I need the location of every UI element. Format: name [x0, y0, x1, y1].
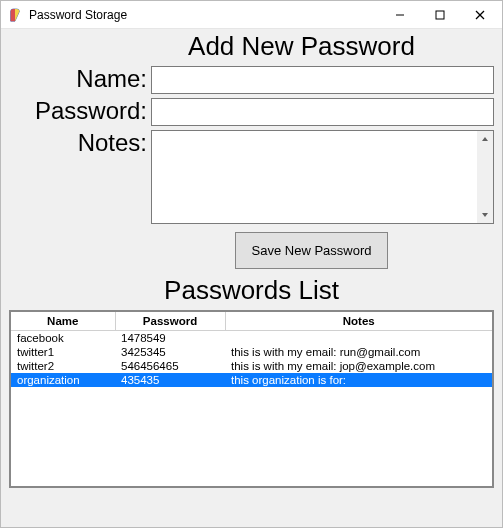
cell-password: 435435 — [115, 373, 225, 387]
cell-password: 1478549 — [115, 331, 225, 346]
minimize-button[interactable] — [380, 1, 420, 29]
cell-notes: this is with my email: run@gmail.com — [225, 345, 492, 359]
title-bar: Password Storage — [1, 1, 502, 29]
notes-input[interactable] — [152, 131, 477, 223]
passwords-list-heading: Passwords List — [9, 275, 494, 306]
scroll-up-icon[interactable] — [477, 131, 493, 147]
table-row[interactable]: twitter2546456465this is with my email: … — [11, 359, 492, 373]
column-header-notes[interactable]: Notes — [225, 312, 492, 331]
password-label: Password: — [9, 98, 151, 123]
name-label: Name: — [9, 66, 151, 91]
svg-rect-1 — [436, 11, 444, 19]
password-input[interactable] — [151, 98, 494, 126]
column-header-name[interactable]: Name — [11, 312, 115, 331]
window-title: Password Storage — [29, 8, 380, 22]
close-button[interactable] — [460, 1, 500, 29]
cell-notes — [225, 331, 492, 346]
cell-notes: this is with my email: jop@example.com — [225, 359, 492, 373]
cell-name: facebook — [11, 331, 115, 346]
notes-scrollbar[interactable] — [477, 131, 493, 223]
passwords-list[interactable]: Name Password Notes facebook1478549twitt… — [9, 310, 494, 488]
cell-name: organization — [11, 373, 115, 387]
cell-name: twitter1 — [11, 345, 115, 359]
column-header-password[interactable]: Password — [115, 312, 225, 331]
add-password-heading: Add New Password — [9, 31, 494, 62]
cell-name: twitter2 — [11, 359, 115, 373]
notes-label: Notes: — [9, 130, 151, 155]
app-icon — [7, 7, 23, 23]
cell-password: 546456465 — [115, 359, 225, 373]
table-row[interactable]: organization435435this organization is f… — [11, 373, 492, 387]
save-new-password-button[interactable]: Save New Password — [235, 232, 389, 269]
table-row[interactable]: facebook1478549 — [11, 331, 492, 346]
maximize-button[interactable] — [420, 1, 460, 29]
cell-notes: this organization is for: — [225, 373, 492, 387]
scroll-down-icon[interactable] — [477, 207, 493, 223]
cell-password: 3425345 — [115, 345, 225, 359]
name-input[interactable] — [151, 66, 494, 94]
table-row[interactable]: twitter13425345this is with my email: ru… — [11, 345, 492, 359]
